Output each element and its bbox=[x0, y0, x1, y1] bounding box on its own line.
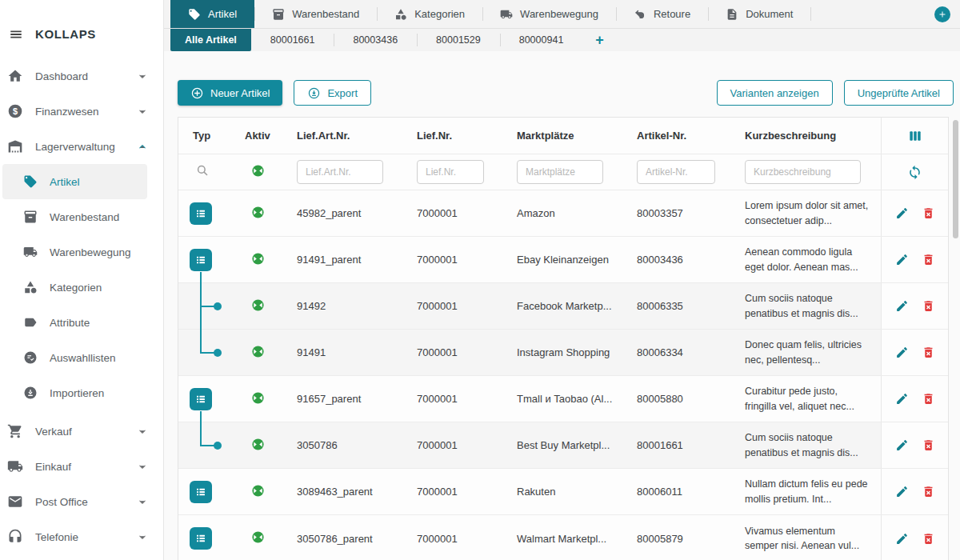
delete-icon[interactable] bbox=[922, 299, 935, 313]
sidebar-item-warenbewegung[interactable]: Warenbewegung bbox=[0, 234, 163, 270]
edit-icon[interactable] bbox=[895, 299, 909, 313]
refresh-icon[interactable] bbox=[907, 165, 922, 180]
sidebar-item-importieren[interactable]: Importieren bbox=[0, 375, 163, 410]
column-header-lief-art-nr[interactable]: Lief.Art.Nr. bbox=[297, 130, 417, 142]
active-status-icon[interactable] bbox=[251, 530, 265, 544]
edit-icon[interactable] bbox=[895, 253, 909, 266]
column-header-actions bbox=[881, 118, 948, 154]
tab-label: Artikel bbox=[208, 8, 237, 20]
table-row[interactable]: 45982_parent7000001Amazon80003357Lorem i… bbox=[178, 190, 948, 237]
table-row[interactable]: 30507867000001Best Buy Marketpl...800016… bbox=[178, 422, 948, 469]
article-tab-80003436[interactable]: 80003436 bbox=[334, 29, 417, 51]
columns-icon[interactable] bbox=[907, 128, 923, 144]
sidebar-item-lagerverwaltung[interactable]: Lagerverwaltung bbox=[0, 129, 163, 164]
tab-dokument[interactable]: Dokument bbox=[708, 0, 810, 28]
show-variants-button[interactable]: Varianten anzeigen bbox=[717, 80, 833, 106]
sidebar-item-dashboard[interactable]: Dashboard bbox=[0, 58, 163, 94]
sidebar-item-finanzwesen[interactable]: $Finanzwesen bbox=[0, 94, 163, 129]
column-header-typ[interactable]: Typ bbox=[178, 130, 245, 142]
sidebar-item-warenbestand[interactable]: Warenbestand bbox=[0, 199, 163, 234]
cell-artikel-nr: 80006334 bbox=[637, 346, 745, 358]
sidebar-item-auswahllisten[interactable]: Auswahllisten bbox=[0, 340, 163, 375]
active-status-icon[interactable] bbox=[251, 484, 265, 498]
table-row[interactable]: 3089463_parent7000001Rakuten80006011Null… bbox=[178, 469, 948, 515]
cell-lief-nr: 7000001 bbox=[417, 439, 517, 451]
cell-kurzbeschreibung: Cum sociis natoque penatibus et magnis d… bbox=[745, 430, 881, 459]
search-icon[interactable] bbox=[195, 163, 210, 178]
table-row[interactable]: 91657_parent7000001Tmall и Taobao (Al...… bbox=[178, 376, 948, 422]
delete-icon[interactable] bbox=[922, 485, 935, 498]
cell-marktplatz: Facebook Marketp... bbox=[517, 300, 637, 312]
unchecked-articles-button[interactable]: Ungeprüfte Artikel bbox=[844, 80, 954, 106]
parent-type-icon[interactable] bbox=[190, 388, 212, 410]
menu-icon[interactable] bbox=[7, 27, 25, 42]
tab-artikel[interactable]: Artikel bbox=[170, 0, 254, 28]
parent-type-icon[interactable] bbox=[190, 249, 212, 271]
sidebar-item-post-office[interactable]: Post Office bbox=[0, 484, 163, 519]
delete-icon[interactable] bbox=[922, 392, 935, 406]
sidebar-item-telefonie[interactable]: Telefonie bbox=[0, 519, 163, 554]
edit-icon[interactable] bbox=[895, 485, 909, 498]
article-tab-alle-artikel[interactable]: Alle Artikel bbox=[170, 29, 251, 51]
column-header-marktplaetze[interactable]: Marktplätze bbox=[517, 130, 637, 142]
table-row[interactable]: 914917000001Instagram Shopping80006334Do… bbox=[178, 330, 948, 376]
parent-type-icon[interactable] bbox=[190, 481, 212, 503]
table-row[interactable]: 91491_parent7000001Ebay Kleinanzeigen800… bbox=[178, 237, 948, 283]
new-article-label: Neuer Artikel bbox=[210, 87, 270, 99]
tab-kategorien[interactable]: Kategorien bbox=[377, 0, 482, 28]
active-status-icon[interactable] bbox=[251, 391, 265, 405]
export-button[interactable]: Export bbox=[294, 80, 371, 106]
delete-icon[interactable] bbox=[922, 438, 935, 452]
column-header-aktiv[interactable]: Aktiv bbox=[245, 130, 297, 142]
table-row[interactable]: 3050786_parent7000001Walmart Marketpl...… bbox=[178, 515, 948, 560]
sidebar-item-artikel[interactable]: Artikel bbox=[2, 164, 147, 199]
sidebar-item-label: Lagerverwaltung bbox=[35, 141, 134, 153]
parent-type-icon[interactable] bbox=[190, 202, 212, 225]
cell-lief-art-nr: 91657_parent bbox=[297, 393, 417, 405]
article-tab-80001529[interactable]: 80001529 bbox=[417, 29, 500, 51]
add-tab-button[interactable] bbox=[934, 6, 950, 22]
column-header-artikel-nr[interactable]: Artikel-Nr. bbox=[637, 130, 745, 142]
article-tab-80001661[interactable]: 80001661 bbox=[251, 29, 334, 51]
cell-lief-nr: 7000001 bbox=[417, 486, 517, 498]
delete-icon[interactable] bbox=[922, 206, 935, 220]
new-article-button[interactable]: Neuer Artikel bbox=[178, 80, 282, 106]
table-row[interactable]: 914927000001Facebook Marketp...80006335C… bbox=[178, 283, 948, 330]
filter-input-artikel-nr[interactable] bbox=[637, 160, 715, 184]
delete-icon[interactable] bbox=[922, 253, 935, 266]
filter-input-lief-nr[interactable] bbox=[417, 160, 484, 184]
edit-icon[interactable] bbox=[895, 438, 909, 452]
add-article-tab-button[interactable]: + bbox=[582, 29, 617, 51]
edit-icon[interactable] bbox=[895, 392, 909, 406]
active-status-icon[interactable] bbox=[251, 252, 265, 266]
edit-icon[interactable] bbox=[895, 206, 909, 220]
column-header-lief-nr[interactable]: Lief.Nr. bbox=[417, 130, 517, 142]
edit-icon[interactable] bbox=[895, 346, 909, 359]
tab-retoure[interactable]: Retoure bbox=[616, 0, 708, 28]
active-status-icon[interactable] bbox=[251, 298, 265, 312]
tab-warenbestand[interactable]: Warenbestand bbox=[254, 0, 377, 28]
cell-typ bbox=[178, 481, 245, 503]
filter-input-kurzbeschreibung[interactable] bbox=[745, 160, 861, 184]
main-tab-bar: ArtikelWarenbestandKategorienWarenbewegu… bbox=[164, 0, 960, 29]
delete-icon[interactable] bbox=[922, 346, 935, 359]
active-status-icon[interactable] bbox=[251, 206, 265, 219]
active-status-icon[interactable] bbox=[251, 438, 265, 451]
active-filter-icon[interactable] bbox=[251, 164, 265, 178]
edit-icon[interactable] bbox=[895, 532, 909, 546]
active-status-icon[interactable] bbox=[251, 345, 265, 358]
delete-icon[interactable] bbox=[922, 532, 935, 546]
parent-type-icon[interactable] bbox=[190, 527, 212, 550]
sidebar-item-verkauf[interactable]: Verkauf bbox=[0, 414, 163, 449]
filter-input-marktplaetze[interactable] bbox=[517, 160, 603, 184]
column-header-kurzbeschreibung[interactable]: Kurzbeschreibung bbox=[745, 130, 881, 142]
filter-input-lief-art-nr[interactable] bbox=[297, 160, 383, 184]
tree-node-dot bbox=[214, 442, 222, 450]
tab-warenbewegung[interactable]: Warenbewegung bbox=[482, 0, 616, 28]
scrollbar-thumb[interactable] bbox=[953, 120, 958, 238]
sidebar-item-label: Kategorien bbox=[50, 282, 150, 294]
sidebar-item-kategorien[interactable]: Kategorien bbox=[0, 270, 163, 305]
sidebar-item-attribute[interactable]: Attribute bbox=[0, 305, 163, 340]
article-tab-80000941[interactable]: 80000941 bbox=[500, 29, 583, 51]
sidebar-item-einkauf[interactable]: Einkauf bbox=[0, 449, 163, 484]
